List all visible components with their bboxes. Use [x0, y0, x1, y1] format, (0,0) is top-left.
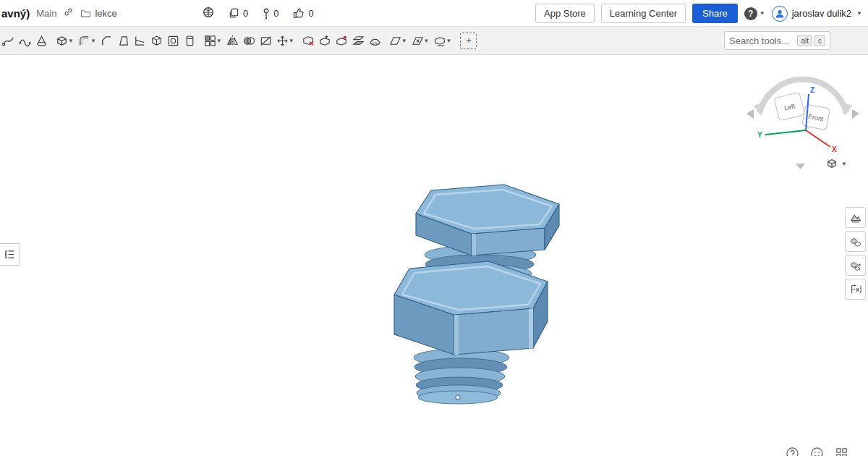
- sketch-icon: [1, 34, 15, 48]
- boss-button[interactable]: [182, 30, 198, 51]
- folder-icon: [80, 9, 91, 18]
- workspace-name[interactable]: Main: [36, 8, 56, 19]
- learning-center-button[interactable]: Learning Center: [601, 4, 686, 23]
- lower-threads: [414, 349, 509, 404]
- feature-tree-toggle[interactable]: [0, 243, 20, 266]
- chevron-down-icon: ▼: [68, 38, 74, 44]
- document-stats: 0 0 0: [203, 0, 314, 27]
- delete-face-button[interactable]: [300, 30, 317, 51]
- helix-icon: [18, 34, 32, 48]
- fillet-button[interactable]: ▼: [76, 30, 98, 51]
- bottom-utility-icons: [786, 447, 848, 456]
- replace-face-button[interactable]: [333, 30, 350, 51]
- help-icon[interactable]: [786, 447, 799, 456]
- fill-surface-icon: [368, 34, 382, 48]
- featurescript-icon: [849, 283, 862, 296]
- move-face-button[interactable]: [317, 30, 333, 51]
- boolean-button[interactable]: [241, 30, 258, 51]
- mirror-button[interactable]: [224, 30, 241, 51]
- public-globe-icon[interactable]: [203, 7, 214, 21]
- chevron-down-icon: ▼: [841, 161, 847, 167]
- 3d-viewport[interactable]: Left Front Z Y X ▼: [0, 55, 868, 456]
- share-button[interactable]: Share: [692, 4, 738, 23]
- right-panel-rail: [845, 207, 866, 300]
- likes-counter[interactable]: 0: [293, 8, 313, 19]
- app-store-button[interactable]: App Store: [535, 4, 595, 23]
- toolbar-search-input[interactable]: Search tools... alt c: [724, 31, 830, 50]
- chevron-down-icon: ▼: [90, 38, 96, 44]
- hole-button[interactable]: [165, 30, 182, 51]
- folder-breadcrumb[interactable]: lekce: [80, 8, 116, 19]
- offset-surface-icon: [352, 34, 365, 48]
- help-icon: ?: [744, 7, 757, 20]
- transform-button[interactable]: ▼: [274, 30, 297, 51]
- hole-icon: [166, 34, 180, 48]
- transform-icon: [276, 34, 289, 48]
- offset-surface-button[interactable]: [350, 30, 367, 51]
- hex-head[interactable]: [394, 261, 548, 355]
- isolate-button[interactable]: +: [460, 33, 477, 49]
- appearance-panel-button[interactable]: [845, 207, 866, 228]
- toolbar-group-face: [300, 30, 383, 51]
- top-bar-actions: App Store Learning Center Share ? ▼ jaro…: [535, 0, 862, 27]
- variable-studio-button[interactable]: ▼: [409, 30, 432, 51]
- derived-button[interactable]: [33, 30, 50, 51]
- thumbs-up-icon: [293, 8, 305, 19]
- featurescript-panel-button[interactable]: [845, 279, 866, 300]
- configurations-panel-button[interactable]: [845, 231, 866, 252]
- mirror-icon: [226, 34, 239, 48]
- document-title: avný): [1, 7, 30, 20]
- hex-nut[interactable]: [416, 185, 559, 256]
- vertex-marker[interactable]: [456, 395, 460, 400]
- linear-pattern-button[interactable]: ▼: [202, 30, 224, 51]
- followers-counter[interactable]: 0: [263, 8, 278, 20]
- toolbar-group-reference: ▼ ▼ ▼: [387, 30, 454, 51]
- chevron-down-icon: ▼: [446, 38, 452, 44]
- display-states-panel-button[interactable]: [845, 255, 866, 276]
- helix-button[interactable]: [17, 30, 33, 51]
- copies-counter[interactable]: 0: [229, 8, 248, 19]
- likes-count: 0: [308, 8, 313, 19]
- plane-icon: [388, 34, 402, 48]
- chevron-down-icon: ▼: [760, 10, 765, 17]
- shortcut-key-c: c: [814, 35, 825, 46]
- replace-face-icon: [335, 34, 349, 48]
- shell-button[interactable]: [148, 30, 165, 51]
- feedback-icon[interactable]: [810, 447, 824, 456]
- plane-button[interactable]: ▼: [387, 30, 409, 51]
- toolbar-group-pattern: ▼ ▼: [202, 30, 297, 51]
- draft-button[interactable]: [115, 30, 132, 51]
- apps-grid-icon[interactable]: [835, 447, 848, 456]
- followers-count: 0: [273, 8, 278, 19]
- delete-face-icon: [302, 34, 315, 48]
- split-button[interactable]: [258, 30, 274, 51]
- feature-toolbar: ▼ ▼ ▼ ▼ ▼ ▼ ▼ + Search tools... alt c: [0, 27, 868, 55]
- display-states-icon: [849, 259, 862, 272]
- sketch-button[interactable]: [0, 30, 17, 51]
- chevron-down-icon: ▼: [856, 10, 862, 17]
- rib-icon: [133, 34, 147, 48]
- extrude-button[interactable]: ▼: [54, 30, 76, 51]
- shell-icon: [150, 34, 163, 48]
- in-context-icon: [433, 34, 447, 48]
- chevron-down-icon: ▼: [289, 38, 294, 44]
- shortcut-key-alt: alt: [797, 35, 812, 46]
- fill-surface-button[interactable]: [367, 30, 383, 51]
- view-face-left[interactable]: Left: [774, 92, 805, 121]
- rib-button[interactable]: [132, 30, 148, 51]
- spin-left-arrow[interactable]: [746, 109, 754, 119]
- boolean-icon: [242, 34, 256, 48]
- link-icon[interactable]: [63, 7, 74, 20]
- spin-right-arrow[interactable]: [852, 109, 859, 119]
- spin-down-arrow[interactable]: [796, 164, 805, 169]
- help-menu[interactable]: ? ▼: [744, 7, 765, 20]
- cylinder-icon: [183, 34, 197, 48]
- chamfer-button[interactable]: [98, 30, 115, 51]
- in-context-button[interactable]: ▼: [432, 30, 454, 51]
- folder-name: lekce: [95, 8, 116, 19]
- search-placeholder: Search tools...: [729, 35, 795, 46]
- bolt-model[interactable]: [376, 177, 579, 408]
- view-options-button[interactable]: ▼: [825, 157, 847, 170]
- linear-pattern-icon: [203, 34, 217, 48]
- user-menu[interactable]: jaroslav dulik2 ▼: [772, 6, 862, 22]
